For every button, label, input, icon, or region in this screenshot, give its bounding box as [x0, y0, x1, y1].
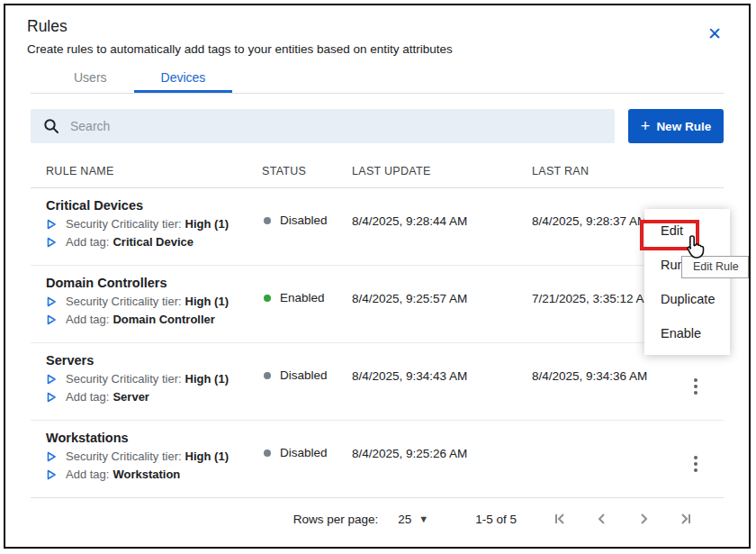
status-dot — [264, 372, 271, 379]
action-value: Server — [112, 390, 148, 404]
rule-name-cell: Servers Security Criticality tier:High (… — [46, 353, 262, 420]
col-header-last-ran: LAST RAN — [514, 165, 667, 177]
rule-action: Add tag:Server — [46, 390, 262, 404]
action-prefix: Add tag: — [66, 390, 109, 404]
play-outline-icon — [46, 392, 57, 403]
actions-cell — [667, 353, 724, 420]
condition-value: High (1) — [185, 295, 229, 308]
play-outline-icon — [46, 374, 57, 385]
status-dot — [264, 295, 271, 302]
last-ran-cell: 8/4/2025, 9:34:36 AM — [514, 353, 667, 420]
col-header-rule-name: RULE NAME — [46, 165, 262, 177]
rows-per-page-value: 25 — [398, 513, 411, 526]
toolbar: + New Rule — [31, 109, 724, 143]
last-page-icon[interactable] — [664, 507, 706, 531]
status-dot — [264, 450, 271, 457]
tab-bar: Users Devices — [31, 61, 724, 94]
action-prefix: Add tag: — [66, 313, 109, 326]
rule-condition: Security Criticality tier:High (1) — [46, 217, 262, 231]
caret-down-icon: ▼ — [418, 513, 428, 524]
menu-item-enable[interactable]: Enable — [644, 316, 730, 350]
status-cell: Disabled — [262, 198, 352, 265]
action-prefix: Add tag: — [66, 235, 109, 249]
status-dot — [264, 217, 271, 224]
pagination-buttons — [540, 507, 706, 531]
play-outline-icon — [46, 314, 57, 325]
rule-action: Add tag:Workstation — [46, 468, 262, 481]
rows-per-page-label: Rows per page: — [293, 513, 379, 526]
status-label: Disabled — [280, 446, 328, 459]
page-subtitle: Create rules to automatically add tags t… — [27, 42, 727, 56]
condition-prefix: Security Criticality tier: — [66, 450, 182, 463]
rules-dialog: Rules Create rules to automatically add … — [4, 4, 751, 549]
menu-item-duplicate[interactable]: Duplicate — [644, 282, 730, 316]
pagination-bar: Rows per page: 25 ▼ 1-5 of 5 — [5, 498, 749, 540]
page-title: Rules — [27, 17, 727, 36]
rule-condition: Security Criticality tier:High (1) — [46, 450, 262, 463]
action-value: Critical Device — [112, 235, 194, 249]
rule-condition: Security Criticality tier:High (1) — [46, 295, 262, 308]
dialog-header: Rules Create rules to automatically add … — [5, 5, 749, 56]
status-cell: Enabled — [262, 276, 352, 342]
condition-value: High (1) — [185, 450, 229, 463]
status-label: Enabled — [280, 291, 325, 304]
status-label: Disabled — [280, 368, 328, 382]
new-rule-label: New Rule — [656, 120, 711, 133]
rule-action: Add tag:Critical Device — [46, 235, 262, 249]
table-row: Workstations Security Criticality tier:H… — [31, 421, 724, 498]
status-cell: Disabled — [262, 353, 352, 420]
table-row: Servers Security Criticality tier:High (… — [31, 343, 724, 421]
first-page-icon[interactable] — [540, 507, 581, 531]
table-row: Domain Controllers Security Criticality … — [31, 266, 724, 343]
rule-name-cell: Domain Controllers Security Criticality … — [46, 276, 262, 342]
close-icon[interactable]: ✕ — [707, 25, 722, 42]
last-update-cell: 8/4/2025, 9:34:43 AM — [352, 353, 514, 420]
tooltip-edit-rule: Edit Rule — [681, 256, 749, 278]
rule-name-cell: Critical Devices Security Criticality ti… — [46, 198, 262, 265]
rules-table: RULE NAME STATUS LAST UPDATE LAST RAN Cr… — [31, 143, 724, 498]
rule-condition: Security Criticality tier:High (1) — [46, 372, 262, 386]
rule-name-cell: Workstations Security Criticality tier:H… — [46, 431, 262, 497]
play-outline-icon — [46, 296, 57, 307]
actions-cell — [667, 431, 724, 497]
row-context-menu: Edit Run Duplicate Enable — [644, 209, 730, 355]
last-update-cell: 8/4/2025, 9:25:26 AM — [352, 431, 514, 497]
col-header-status: STATUS — [262, 165, 352, 177]
condition-prefix: Security Criticality tier: — [66, 372, 182, 386]
last-ran-cell — [514, 431, 667, 497]
rule-name: Workstations — [46, 431, 262, 445]
rows-per-page-select[interactable]: 25 ▼ — [398, 513, 428, 526]
plus-icon: + — [641, 118, 651, 134]
play-outline-icon — [46, 451, 57, 462]
condition-value: High (1) — [185, 372, 229, 386]
next-page-icon[interactable] — [623, 507, 664, 531]
rule-name: Domain Controllers — [46, 276, 262, 290]
condition-prefix: Security Criticality tier: — [66, 295, 182, 308]
rule-name: Servers — [46, 353, 262, 368]
status-cell: Disabled — [262, 431, 352, 497]
rule-name: Critical Devices — [46, 198, 262, 213]
col-header-last-update: LAST UPDATE — [352, 165, 514, 177]
last-update-cell: 8/4/2025, 9:28:44 AM — [352, 198, 514, 265]
search-input[interactable] — [70, 119, 602, 133]
search-box[interactable] — [31, 109, 615, 143]
tab-devices[interactable]: Devices — [134, 61, 233, 93]
new-rule-button[interactable]: + New Rule — [628, 109, 724, 143]
search-icon — [43, 118, 59, 134]
kebab-menu-icon[interactable] — [688, 373, 703, 400]
condition-value: High (1) — [185, 217, 229, 231]
previous-page-icon[interactable] — [581, 507, 623, 531]
play-outline-icon — [46, 237, 57, 248]
play-outline-icon — [46, 469, 57, 480]
action-value: Workstation — [112, 468, 180, 481]
page-range-label: 1-5 of 5 — [475, 513, 517, 526]
tab-users[interactable]: Users — [47, 61, 134, 93]
play-outline-icon — [46, 219, 57, 230]
table-header-row: RULE NAME STATUS LAST UPDATE LAST RAN — [31, 143, 724, 188]
kebab-menu-icon[interactable] — [688, 450, 703, 477]
rule-action: Add tag:Domain Controller — [46, 313, 262, 326]
col-header-actions — [667, 165, 724, 177]
status-label: Disabled — [280, 213, 328, 227]
action-prefix: Add tag: — [66, 468, 109, 481]
menu-item-edit[interactable]: Edit — [644, 213, 730, 248]
